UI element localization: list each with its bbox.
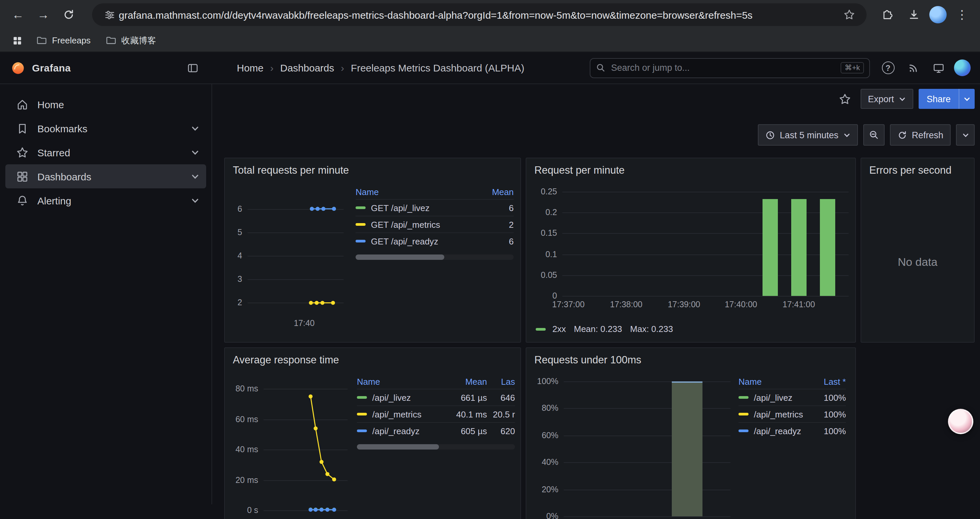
legend-column-header[interactable]: Mean	[476, 187, 514, 197]
display-mode-button[interactable]	[929, 58, 949, 78]
grafana-header-right: ?	[870, 58, 980, 78]
panel-title[interactable]: Errors per second	[869, 164, 951, 176]
browser-profile-avatar[interactable]	[929, 6, 947, 23]
user-profile-avatar[interactable]	[954, 59, 970, 76]
panel-title[interactable]: Request per minute	[535, 164, 625, 176]
chevron-down-icon	[963, 95, 970, 102]
legend-column-header[interactable]: Last *	[807, 377, 846, 387]
y-axis-tick-label: 100%	[532, 376, 558, 387]
legend-column-header[interactable]: Mean	[448, 377, 487, 387]
legend-header: NameMean	[356, 185, 514, 199]
mega-menu-sidebar: Home Bookmarks Starred Dashboards Alerti…	[0, 84, 212, 504]
sidebar-item-dashboards[interactable]: Dashboards	[5, 164, 206, 188]
panel-average-response-time: Average response time 80 ms60 ms40 ms20 …	[224, 347, 521, 519]
legend-row[interactable]: GET /api/_livez6	[356, 199, 514, 216]
assistant-avatar-button[interactable]	[948, 409, 973, 434]
legend-value: 40.1 ms	[448, 409, 487, 419]
clock-icon	[765, 130, 775, 140]
legend-scrollbar[interactable]	[356, 254, 514, 260]
breadcrumb-dashboards[interactable]: Dashboards	[280, 62, 334, 73]
scrollbar-thumb[interactable]	[357, 444, 439, 450]
reload-button[interactable]	[57, 3, 80, 26]
chevron-down-icon[interactable]	[191, 124, 199, 133]
bookmark-item-freeleaps[interactable]: Freeleaps	[31, 32, 96, 49]
legend-row[interactable]: /api/_metrics40.1 ms20.5 r	[357, 406, 515, 422]
legend-row[interactable]: /api/_readyz605 µs620	[357, 422, 515, 439]
series-swatch	[536, 327, 546, 330]
url-text[interactable]: grafana.mathmast.com/d/deytv4rwavabkb/fr…	[119, 9, 840, 21]
time-range-picker[interactable]: Last 5 minutes	[758, 124, 858, 145]
share-menu-button[interactable]	[959, 89, 975, 109]
legend-column-header[interactable]: Name	[356, 187, 476, 197]
bookmark-item-blogs[interactable]: 收藏博客	[100, 32, 161, 49]
breadcrumb-current-dashboard[interactable]: Freeleaps Metrics Dashboard (ALPHA)	[351, 62, 524, 73]
legend-row[interactable]: /api/_livez100%	[738, 389, 846, 406]
scrollbar-thumb[interactable]	[356, 254, 444, 260]
legend-row[interactable]: GET /api/_readyz6	[356, 232, 514, 249]
series-point	[320, 508, 323, 512]
refresh-label: Refresh	[912, 130, 943, 140]
series-name[interactable]: 2xx	[552, 324, 566, 334]
news-button[interactable]	[903, 58, 923, 78]
panel-title[interactable]: Total requests per minute	[233, 164, 349, 176]
url-bar[interactable]: grafana.mathmast.com/d/deytv4rwavabkb/fr…	[92, 3, 867, 26]
legend-column-header[interactable]: Name	[738, 377, 807, 387]
series-swatch	[357, 430, 367, 432]
sidebar-item-home[interactable]: Home	[5, 92, 206, 116]
legend-row[interactable]: /api/_readyz100%	[738, 422, 846, 439]
gridline	[564, 436, 730, 436]
series-swatch	[357, 413, 367, 415]
favorite-dashboard-button[interactable]	[835, 89, 855, 109]
legend-header: NameLast *	[738, 375, 846, 389]
legend-column-header[interactable]: Las	[487, 377, 515, 387]
legend-scrollbar[interactable]	[357, 444, 515, 450]
browser-menu-button[interactable]: ⋮	[951, 3, 973, 26]
legend-series-name: /api/_metrics	[738, 409, 807, 419]
legend-row[interactable]: /api/_livez661 µs646	[357, 389, 515, 406]
chevron-down-icon[interactable]	[191, 172, 199, 181]
series-point	[309, 508, 313, 512]
panel-title[interactable]: Requests under 100ms	[535, 354, 641, 366]
forward-button[interactable]: →	[32, 3, 55, 26]
chevron-down-icon[interactable]	[191, 148, 199, 156]
series-swatch	[357, 396, 367, 399]
bookmark-star-icon[interactable]	[840, 9, 859, 21]
downloads-button[interactable]	[903, 3, 925, 26]
refresh-button[interactable]: Refresh	[889, 124, 951, 145]
sidebar-item-alerting[interactable]: Alerting	[5, 188, 206, 212]
sidebar-item-starred[interactable]: Starred	[5, 140, 206, 164]
apps-grid-button[interactable]	[8, 31, 27, 50]
sidebar-item-bookmarks[interactable]: Bookmarks	[5, 116, 206, 140]
zoom-out-button[interactable]	[863, 124, 884, 145]
grafana-logo[interactable]	[11, 61, 25, 75]
mega-menu-toggle-button[interactable]	[183, 58, 203, 78]
extensions-button[interactable]	[876, 3, 899, 26]
legend-value: 605 µs	[448, 426, 487, 436]
star-outline-icon	[839, 93, 851, 105]
legend-column-header[interactable]: Name	[357, 377, 448, 387]
panel-title[interactable]: Average response time	[233, 354, 339, 366]
legend-series-name: /api/_readyz	[738, 426, 807, 436]
no-data-message: No data	[861, 182, 974, 342]
breadcrumb-home[interactable]: Home	[237, 62, 264, 73]
search-input[interactable]	[611, 63, 835, 73]
legend-value: 620	[487, 426, 515, 436]
legend-inline[interactable]: 2xx Mean: 0.233 Max: 0.233	[536, 324, 673, 334]
chevron-down-icon	[962, 131, 969, 139]
search-box[interactable]: ⌘+k	[590, 58, 870, 78]
legend-row[interactable]: GET /api/_metrics2	[356, 216, 514, 232]
legend-value: 100%	[807, 393, 846, 402]
breadcrumb: Home › Dashboards › Freeleaps Metrics Da…	[237, 62, 524, 73]
legend-row[interactable]: /api/_metrics100%	[738, 406, 846, 422]
share-button[interactable]: Share	[919, 89, 959, 109]
export-button[interactable]: Export	[861, 89, 913, 109]
site-settings-icon[interactable]	[100, 9, 119, 21]
chevron-down-icon[interactable]	[191, 196, 199, 205]
kebab-menu-icon: ⋮	[956, 7, 968, 22]
help-button[interactable]: ?	[878, 58, 898, 78]
series-plot	[230, 377, 352, 519]
refresh-interval-button[interactable]	[956, 124, 975, 145]
back-button[interactable]: ←	[7, 3, 29, 26]
gridline	[564, 382, 730, 382]
rss-icon	[907, 62, 919, 74]
